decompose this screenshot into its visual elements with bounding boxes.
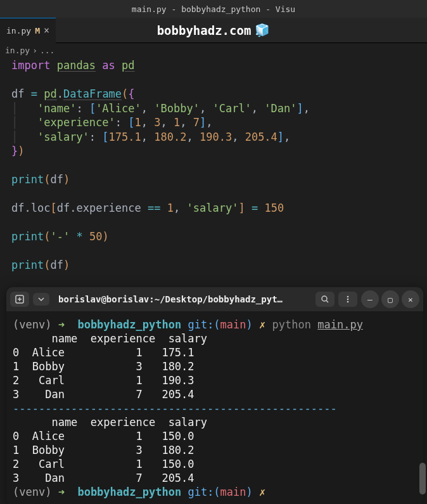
svg-point-3 <box>347 299 349 300</box>
output-line: ----------------------------------------… <box>13 402 337 415</box>
search-button[interactable] <box>315 292 335 307</box>
output-line: name experience salary <box>13 332 207 345</box>
code-editor[interactable]: import pandas as pd df = pd.DataFrame({ … <box>0 57 427 279</box>
output-line: name experience salary <box>13 416 207 429</box>
code-line: print(df) <box>11 258 416 273</box>
window-title: main.py - bobbyhadz_python - Visu <box>132 4 295 14</box>
minimize-button[interactable]: – <box>361 290 379 308</box>
code-line <box>11 187 416 202</box>
close-icon[interactable]: × <box>44 25 49 36</box>
terminal-output[interactable]: (venv) ➜ bobbyhadz_python git:(main) ✗ p… <box>6 311 423 504</box>
close-button[interactable]: × <box>402 290 419 308</box>
code-line: print(df) <box>11 172 416 187</box>
output-line: 0 Alice 1 175.1 <box>13 346 194 359</box>
code-line <box>11 158 416 173</box>
site-banner: bobbyhadz.com 🧊 <box>157 23 271 37</box>
close-icon: × <box>408 295 413 304</box>
cube-icon: 🧊 <box>255 23 270 37</box>
window-titlebar: main.py - bobbyhadz_python - Visu <box>0 0 427 18</box>
breadcrumb[interactable]: in.py › ... <box>0 43 427 57</box>
editor-tab-main[interactable]: in.py M × <box>0 18 56 43</box>
output-line: 1 Bobby 3 180.2 <box>13 444 194 456</box>
breadcrumb-file: in.py <box>5 46 30 55</box>
output-line: 3 Dan 7 205.4 <box>13 388 194 401</box>
svg-point-4 <box>347 301 349 303</box>
chevron-right-icon: › <box>32 46 37 55</box>
output-line: 2 Carl 1 150.0 <box>13 458 194 470</box>
search-icon <box>321 295 329 304</box>
maximize-icon: ▢ <box>388 295 393 304</box>
dropdown-button[interactable] <box>33 293 49 306</box>
code-line: df = pd.DataFrame({ <box>11 87 416 101</box>
code-line: df.loc[df.experience == 1, 'salary'] = 1… <box>11 201 416 216</box>
code-line: │ 'salary': [175.1, 180.2, 190.3, 205.4]… <box>11 130 416 145</box>
output-line: 2 Carl 1 190.3 <box>13 374 194 387</box>
terminal-title: borislav@borislav:~/Desktop/bobbyhadz_py… <box>53 294 312 304</box>
code-line: import pandas as pd <box>11 58 416 73</box>
tab-bar: in.py M × bobbyhadz.com 🧊 <box>0 18 427 43</box>
scrollbar-thumb[interactable] <box>419 463 426 494</box>
output-line: 0 Alice 1 150.0 <box>13 430 194 443</box>
menu-button[interactable] <box>338 292 357 307</box>
new-tab-button[interactable] <box>10 292 29 307</box>
terminal-panel: borislav@borislav:~/Desktop/bobbyhadz_py… <box>6 287 423 504</box>
code-line <box>11 73 416 87</box>
window-controls: – ▢ × <box>361 290 419 308</box>
maximize-button[interactable]: ▢ <box>381 290 399 308</box>
code-line <box>11 216 416 230</box>
code-line: }) <box>11 144 416 158</box>
chevron-down-icon <box>38 296 44 302</box>
svg-point-1 <box>322 296 327 301</box>
minimize-icon: – <box>367 295 373 304</box>
plus-square-icon <box>15 295 24 304</box>
code-line: │ 'experience': [1, 3, 1, 7], <box>11 115 416 130</box>
output-line: 1 Bobby 3 180.2 <box>13 360 194 373</box>
terminal-header: borislav@borislav:~/Desktop/bobbyhadz_py… <box>6 287 423 311</box>
code-line <box>11 244 416 259</box>
tab-label: in.py <box>6 26 31 36</box>
svg-point-2 <box>347 296 349 298</box>
modified-indicator: M <box>35 26 40 36</box>
site-name: bobbyhadz.com <box>157 23 252 37</box>
output-line: 3 Dan 7 205.4 <box>13 472 194 484</box>
kebab-icon <box>343 295 352 304</box>
breadcrumb-rest: ... <box>40 46 54 55</box>
code-line: print('-' * 50) <box>11 229 416 244</box>
code-line: │ 'name': ['Alice', 'Bobby', 'Carl', 'Da… <box>11 101 416 116</box>
